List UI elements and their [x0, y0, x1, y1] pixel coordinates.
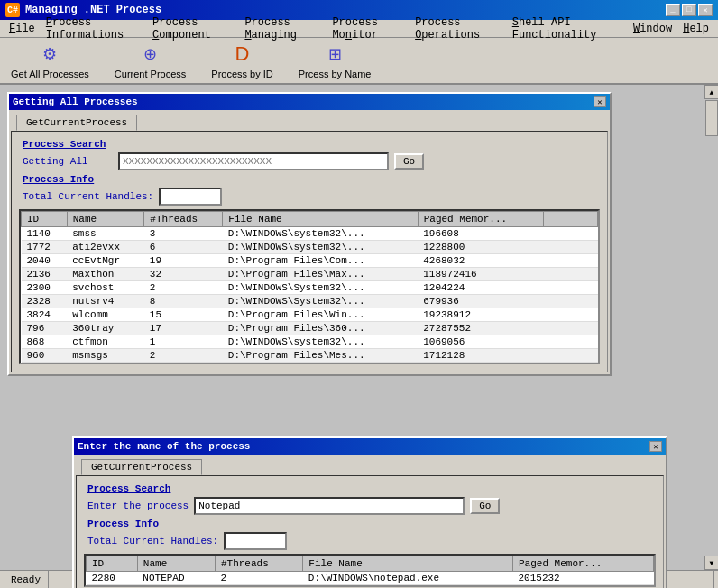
table-row[interactable]: 1140 smss 3 D:\WINDOWS\system32\... 1966…: [22, 227, 598, 241]
dialog1-title-bar: Getting All Processes ✕: [9, 94, 610, 110]
dialog1-search-label: Getting All: [23, 156, 113, 167]
table-row[interactable]: 960 msmsgs 2 D:\Program Files\Mes... 171…: [22, 349, 598, 363]
get-all-icon: ⚙: [35, 41, 64, 67]
dialog2-close-button[interactable]: ✕: [649, 441, 662, 452]
dialog2-title: Enter the name of the process: [78, 441, 250, 452]
current-process-button[interactable]: ⊕ Current Process: [111, 40, 189, 81]
dialog2-info-section-label: Process Info: [87, 519, 652, 529]
dialog2-handles-input[interactable]: [224, 532, 287, 550]
dialog1-search-row: Getting All Go: [23, 152, 596, 170]
dialog1-handles-label: Total Current Handles:: [23, 191, 153, 202]
dialog1-search-input[interactable]: [118, 152, 389, 170]
menu-file[interactable]: File: [4, 22, 41, 36]
table-row[interactable]: 2280 NOTEPAD 2 D:\WINDOWS\notepad.exe 20…: [87, 572, 654, 585]
menu-process-monitor[interactable]: Process Monitor: [327, 15, 410, 42]
table-row[interactable]: 1772 ati2evxx 6 D:\WINDOWS\system32\... …: [22, 241, 598, 254]
menu-process-managing[interactable]: Process Managing: [239, 15, 327, 42]
dialog1-search-section-label: Process Search: [23, 139, 596, 150]
tab-get-current-process-2[interactable]: GetCurrentProcess: [81, 459, 202, 475]
dialog2-search-section-label: Process Search: [87, 483, 652, 494]
dialog2-process-table: ID Name #Threads File Name Paged Memor..…: [86, 556, 654, 585]
maximize-button[interactable]: □: [682, 4, 696, 16]
dialog1-handles-input[interactable]: [159, 188, 222, 206]
table-row[interactable]: 2300 svchost 2 D:\WINDOWS\System32\... 1…: [22, 281, 598, 295]
scroll-thumb[interactable]: [705, 100, 718, 136]
col-id-1: ID: [22, 212, 68, 227]
col-paged-2: Paged Memor...: [512, 556, 653, 572]
dialog1-info-section-label: Process Info: [23, 174, 596, 185]
minimize-button[interactable]: _: [666, 4, 680, 16]
dialog2-search-label: Enter the process: [87, 501, 189, 511]
toolbar: ⚙ Get All Processes ⊕ Current Process D …: [0, 38, 718, 85]
col-id-2: ID: [87, 556, 138, 572]
dialog1-table-wrapper: ID Name #Threads File Name Paged Memor..…: [19, 209, 600, 364]
dialog2-table-wrapper: ID Name #Threads File Name Paged Memor..…: [84, 554, 656, 587]
window-controls: _ □ ✕: [666, 4, 713, 16]
dialog2-handles-row: Total Current Handles:: [87, 532, 652, 550]
process-by-id-button[interactable]: D Process by ID: [207, 40, 276, 81]
menu-help[interactable]: Help: [677, 22, 714, 36]
col-threads-1: #Threads: [144, 212, 223, 227]
dialog-process-by-name: Enter the name of the process ✕ GetCurre…: [72, 436, 667, 588]
dialog1-close-button[interactable]: ✕: [594, 96, 606, 107]
col-extra-1: [544, 212, 598, 227]
dialog1-handles-row: Total Current Handles:: [23, 188, 596, 206]
col-paged-1: Paged Memor...: [418, 212, 543, 227]
dialog1-content: GetCurrentProcess Process Search Getting…: [9, 110, 610, 374]
dialog-getting-all-processes: Getting All Processes ✕ GetCurrentProces…: [7, 92, 612, 376]
main-scrollbar[interactable]: ▲ ▼: [704, 85, 718, 570]
dialog2-tabs: GetCurrentProcess: [78, 456, 664, 475]
dialog2-content: GetCurrentProcess Process Search Enter t…: [74, 455, 666, 588]
col-name-2: Name: [137, 556, 215, 572]
current-process-icon: ⊕: [136, 41, 165, 67]
menu-shell[interactable]: Shell API Functionality: [507, 15, 628, 42]
scroll-down-arrow[interactable]: ▼: [704, 556, 718, 570]
dialog2-go-button[interactable]: Go: [470, 498, 500, 514]
tab-get-current-process-1[interactable]: GetCurrentProcess: [16, 115, 137, 131]
main-area: Getting All Processes ✕ GetCurrentProces…: [0, 85, 718, 588]
menu-process-component[interactable]: Process Component: [147, 15, 239, 42]
close-button[interactable]: ✕: [698, 4, 713, 16]
menu-process-operations[interactable]: Process Operations: [410, 15, 507, 42]
table-row[interactable]: 2136 Maxthon 32 D:\Program Files\Max... …: [22, 268, 598, 281]
process-by-name-button[interactable]: ⊞ Prcess by Name: [295, 40, 375, 81]
dialog1-go-button[interactable]: Go: [394, 153, 424, 170]
table-row[interactable]: 796 360tray 17 D:\Program Files\360... 2…: [22, 322, 598, 335]
table-row[interactable]: 2040 ccEvtMgr 19 D:\Program Files\Com...…: [22, 254, 598, 268]
menu-window[interactable]: Window: [628, 22, 677, 36]
get-all-processes-button[interactable]: ⚙ Get All Processes: [7, 40, 93, 81]
dialog2-title-bar: Enter the name of the process ✕: [74, 438, 666, 455]
col-filename-1: File Name: [223, 212, 418, 227]
process-id-icon: D: [228, 41, 257, 67]
table-row[interactable]: 2328 nutsrv4 8 D:\WINDOWS\System32\... 6…: [22, 295, 598, 308]
scroll-up-arrow[interactable]: ▲: [704, 85, 718, 99]
app-icon: C#: [5, 3, 20, 17]
dialog2-handles-label: Total Current Handles:: [87, 536, 218, 547]
menu-process-info[interactable]: Process Informations: [41, 15, 147, 42]
status-ready: Ready: [4, 571, 49, 588]
dialog2-search-input[interactable]: [194, 497, 465, 515]
col-threads-2: #Threads: [215, 556, 302, 572]
table-row[interactable]: 3824 wlcomm 15 D:\Program Files\Win... 1…: [22, 308, 598, 322]
dialog1-title: Getting All Processes: [13, 96, 138, 107]
dialog1-body: Process Search Getting All Go Process In…: [11, 131, 608, 372]
process-name-icon: ⊞: [320, 41, 349, 67]
dialog2-body: Process Search Enter the process Go Proc…: [76, 475, 664, 588]
dialog2-search-row: Enter the process Go: [87, 497, 652, 515]
table-row[interactable]: 868 ctfmon 1 D:\WINDOWS\system32\... 106…: [22, 335, 598, 349]
dialog1-tabs: GetCurrentProcess: [13, 112, 608, 131]
menu-bar: File Process Informations Process Compon…: [0, 20, 718, 38]
dialog1-process-table: ID Name #Threads File Name Paged Memor..…: [21, 211, 598, 363]
col-name-1: Name: [67, 212, 144, 227]
col-filename-2: File Name: [303, 556, 513, 572]
